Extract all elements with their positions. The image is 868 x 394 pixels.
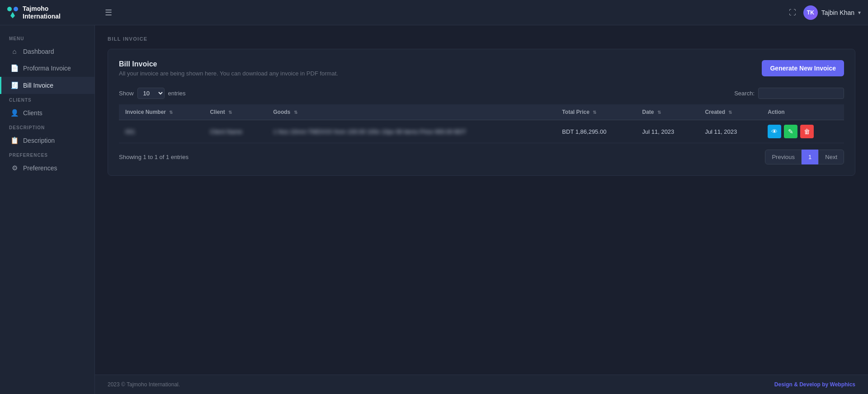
logo-circle-blue xyxy=(14,7,18,11)
cell-invoice-number: 001 xyxy=(119,120,203,143)
col-goods[interactable]: Goods ⇅ xyxy=(267,104,556,120)
sidebar-item-label: Clients xyxy=(23,109,42,117)
document-icon: 📄 xyxy=(10,64,19,72)
cell-created: Jul 11, 2023 xyxy=(698,120,761,143)
layout: MENU ⌂ Dashboard 📄 Proforma Invoice 🧾 Bi… xyxy=(0,25,868,394)
card-header-text: Bill Invoice All your invoice are being … xyxy=(119,60,338,77)
show-entries: Show 10 25 50 100 entries xyxy=(119,88,186,99)
cell-total-price: BDT 1,86,295.00 xyxy=(556,120,636,143)
goods-value: 1 Nos 10mm TMDXXX from 100.00 100x 10px … xyxy=(273,128,466,135)
page-footer: 2023 © Tajmoho International. Design & D… xyxy=(95,375,868,394)
page-1-button[interactable]: 1 xyxy=(802,150,818,164)
footer-copy: 2023 © Tajmoho International. xyxy=(108,381,180,388)
logo-text: Tajmoho International xyxy=(23,5,61,20)
logo-circle-teal xyxy=(7,7,12,11)
clients-section-label: CLIENTS xyxy=(0,94,94,104)
preferences-section-label: PREFERENCES xyxy=(0,149,94,159)
view-button[interactable]: 👁 xyxy=(768,125,781,138)
sidebar-item-proforma-invoice[interactable]: 📄 Proforma Invoice xyxy=(0,60,94,77)
sidebar-item-label: Dashboard xyxy=(23,48,54,55)
delete-button[interactable]: 🗑 xyxy=(800,125,814,138)
logo-drop xyxy=(10,12,15,19)
showing-text: Showing 1 to 1 of 1 entries xyxy=(119,154,189,160)
footer-brand: Design & Develop by Webphics xyxy=(774,381,855,388)
menu-toggle-button[interactable]: ☰ xyxy=(102,5,115,20)
topbar-right: ⛶ TK Tajbin Khan ▾ xyxy=(789,5,861,20)
sidebar-item-clients[interactable]: 👤 Clients xyxy=(0,104,94,122)
col-invoice-number[interactable]: Invoice Number ⇅ xyxy=(119,104,203,120)
sidebar-item-label: Proforma Invoice xyxy=(23,65,71,72)
pagination: Previous 1 Next xyxy=(765,150,844,164)
action-buttons: 👁 ✎ 🗑 xyxy=(768,125,838,138)
topbar: Tajmoho International ☰ ⛶ TK Tajbin Khan… xyxy=(0,0,868,25)
card-header: Bill Invoice All your invoice are being … xyxy=(119,60,844,77)
sidebar: MENU ⌂ Dashboard 📄 Proforma Invoice 🧾 Bi… xyxy=(0,25,95,394)
col-date[interactable]: Date ⇅ xyxy=(636,104,699,120)
sidebar-item-bill-invoice[interactable]: 🧾 Bill Invoice xyxy=(0,77,94,94)
description-section-label: DESCRIPTION xyxy=(0,122,94,132)
sidebar-item-description[interactable]: 📋 Description xyxy=(0,132,94,149)
table-header-row: Invoice Number ⇅ Client ⇅ Goods ⇅ Tota xyxy=(119,104,844,120)
bill-invoice-card: Bill Invoice All your invoice are being … xyxy=(108,49,855,176)
sidebar-item-label: Preferences xyxy=(23,164,57,172)
sidebar-item-preferences[interactable]: ⚙ Preferences xyxy=(0,159,94,177)
cell-goods: 1 Nos 10mm TMDXXX from 100.00 100x 10px … xyxy=(267,120,556,143)
sidebar-item-label: Description xyxy=(23,137,55,144)
logo: Tajmoho International xyxy=(7,5,98,20)
logo-icon xyxy=(7,7,18,19)
sidebar-item-label: Bill Invoice xyxy=(23,82,53,89)
entries-select[interactable]: 10 25 50 100 xyxy=(137,88,165,99)
sort-icon: ⇅ xyxy=(657,110,661,115)
sort-icon: ⇅ xyxy=(294,110,297,115)
cell-client: Client Name xyxy=(203,120,267,143)
search-input[interactable] xyxy=(758,88,844,99)
col-created[interactable]: Created ⇅ xyxy=(698,104,761,120)
user-name: Tajbin Khan xyxy=(821,9,854,16)
data-table: Invoice Number ⇅ Client ⇅ Goods ⇅ Tota xyxy=(119,104,844,143)
show-label: Show xyxy=(119,90,134,97)
sidebar-item-dashboard[interactable]: ⌂ Dashboard xyxy=(0,43,94,60)
table-footer: Showing 1 to 1 of 1 entries Previous 1 N… xyxy=(119,150,844,164)
sort-icon: ⇅ xyxy=(593,110,596,115)
search-box: Search: xyxy=(734,88,844,99)
sort-icon: ⇅ xyxy=(169,110,173,115)
previous-button[interactable]: Previous xyxy=(765,150,802,164)
cell-date: Jul 11, 2023 xyxy=(636,120,699,143)
card-title: Bill Invoice xyxy=(119,60,338,68)
table-controls: Show 10 25 50 100 entries Search: xyxy=(119,88,844,99)
breadcrumb: BILL INVOICE xyxy=(108,36,855,42)
next-button[interactable]: Next xyxy=(818,150,844,164)
chevron-down-icon: ▾ xyxy=(858,9,861,16)
table-row: 001 Client Name 1 Nos 10mm TMDXXX from 1… xyxy=(119,120,844,143)
cell-action: 👁 ✎ 🗑 xyxy=(761,120,844,143)
fullscreen-button[interactable]: ⛶ xyxy=(789,9,796,17)
sort-icon: ⇅ xyxy=(228,110,232,115)
clients-icon: 👤 xyxy=(10,109,19,117)
client-value: Client Name xyxy=(210,128,242,135)
entries-label: entries xyxy=(168,90,186,97)
avatar: TK xyxy=(803,5,818,20)
invoice-number-value: 001 xyxy=(125,128,135,135)
generate-invoice-button[interactable]: Generate New Invoice xyxy=(762,60,844,76)
sort-icon: ⇅ xyxy=(728,110,732,115)
menu-section-label: MENU xyxy=(0,33,94,43)
home-icon: ⌂ xyxy=(10,47,19,55)
description-icon: 📋 xyxy=(10,136,19,145)
col-client[interactable]: Client ⇅ xyxy=(203,104,267,120)
col-action: Action xyxy=(761,104,844,120)
main-content: BILL INVOICE Bill Invoice All your invoi… xyxy=(95,25,868,394)
gear-icon: ⚙ xyxy=(10,164,19,172)
search-label: Search: xyxy=(734,90,755,97)
col-total-price[interactable]: Total Price ⇅ xyxy=(556,104,636,120)
invoice-icon: 🧾 xyxy=(10,81,19,89)
user-menu[interactable]: TK Tajbin Khan ▾ xyxy=(803,5,861,20)
card-subtitle: All your invoice are being shown here. Y… xyxy=(119,70,338,77)
edit-button[interactable]: ✎ xyxy=(784,125,797,138)
